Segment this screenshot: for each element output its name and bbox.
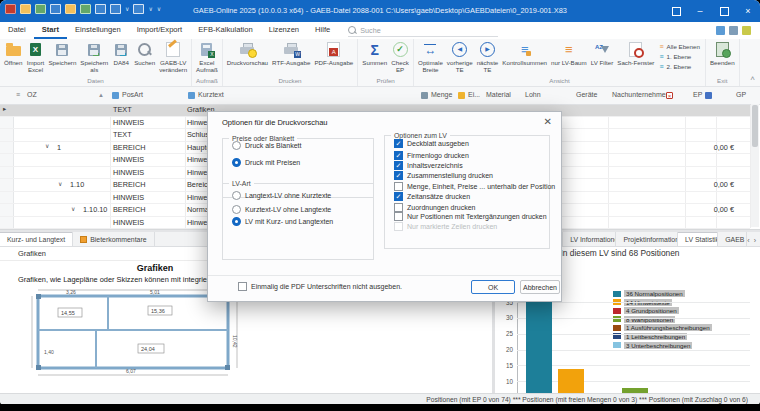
tab-scroll-right-icon[interactable]: › (754, 237, 756, 244)
tab-gaeb[interactable]: GAEB (718, 232, 747, 246)
checkbox-zuordnungen-drucken[interactable]: Zuordnungen drucken (394, 203, 476, 212)
view-grid-icon[interactable] (110, 4, 121, 14)
ribbon-button-druckvorschau[interactable]: Druckvorschau (225, 40, 270, 67)
column-header-material[interactable]: Material (486, 91, 511, 98)
tree-collapse-icon[interactable]: ∨ (58, 180, 62, 187)
cb-icon[interactable]: ✓ (394, 171, 403, 180)
panel-blue-icon[interactable] (716, 26, 725, 35)
cb-icon[interactable]: ✓ (394, 151, 403, 160)
column-header-lohn[interactable]: Lohn (525, 91, 541, 98)
ribbon-collapse-chevron[interactable]: ˄ (750, 74, 755, 83)
column-header-menge[interactable]: Menge (431, 91, 452, 98)
checkbox-nur-markierte-zeilen-drucken[interactable]: Nur markierte Zeilen drucken (394, 222, 497, 231)
ok-button[interactable]: OK (471, 280, 515, 294)
tree-collapse-icon[interactable]: ∨ (45, 142, 49, 149)
minimize-button[interactable]: – (688, 0, 712, 22)
tab-lv-informationen[interactable]: LV Informationen (563, 232, 616, 246)
radio-lv-mit-kurz-und-langtexten[interactable]: LV mit Kurz- und Langtexten (232, 217, 333, 226)
cb-icon[interactable] (394, 212, 403, 221)
checkbox-icon[interactable] (238, 282, 247, 291)
tab-lv-statistik[interactable]: LV Statistik (678, 232, 718, 246)
menu-item-efb-kalkulation[interactable]: EFB-Kalkulation (190, 22, 260, 39)
ribbon-button-alle-ebenen[interactable]: ≡Alle Ebenen (659, 43, 699, 50)
ribbon-button-check-ep[interactable]: ✓Check EP (389, 40, 411, 75)
ribbon-button-import-excel[interactable]: XImport Excel (24, 40, 46, 75)
column-header-geraete[interactable]: Geräte (576, 91, 597, 98)
menu-item-hilfe[interactable]: Hilfe (307, 22, 338, 39)
ribbon-button-nächste-te[interactable]: ▶nächste TE (475, 40, 501, 75)
ribbon-button-summen[interactable]: ΣSummen (360, 40, 389, 67)
tab-scroll-left-icon[interactable]: ‹ (747, 237, 749, 244)
import-icon[interactable] (35, 4, 46, 14)
radio-druck-als-blankett[interactable]: Druck als Blankett (232, 141, 301, 150)
save-icon[interactable] (50, 4, 61, 14)
chevron-down-icon[interactable]: ∨ (125, 4, 129, 14)
ribbon-button-nur-lv-baum[interactable]: ≡nur LV-Baum (549, 40, 589, 67)
radio-icon[interactable] (232, 191, 241, 200)
menu-item-start[interactable]: Start (34, 22, 67, 39)
ribbon-button-2-ebene[interactable]: ≡2. Ebene (659, 63, 699, 70)
column-header-gp[interactable]: GP (736, 91, 746, 98)
dialog-close-icon[interactable]: ✕ (544, 116, 552, 127)
ribbon-button-optimale-breite[interactable]: ↔Optimale Breite (416, 40, 445, 75)
menu-item-import-export[interactable]: Import/Export (129, 22, 191, 39)
ribbon-button-rtf-ausgabe[interactable]: WRTF-Ausgabe (270, 40, 312, 67)
pdf-signatures-checkbox[interactable]: Einmalig die PDF Unterschriften nicht au… (238, 282, 402, 291)
radio-icon[interactable] (232, 158, 241, 167)
ribbon-button-suchen[interactable]: Suchen (132, 40, 157, 67)
menu-item-einstellungen[interactable]: Einstellungen (67, 22, 129, 39)
column-header-posart[interactable]: PosArt (122, 91, 143, 98)
ribbon-button-1-ebene[interactable]: ≡1. Ebene (659, 53, 699, 60)
open-icon[interactable] (20, 4, 31, 14)
ribbon-button-vorherige-te[interactable]: ◀vorherige TE (445, 40, 475, 75)
checkbox-deckblatt-ausgeben[interactable]: ✓Deckblatt ausgeben (394, 139, 469, 148)
radio-druck-mit-preisen[interactable]: Druck mit Preisen (232, 158, 300, 167)
column-header-kurztext[interactable]: Kurztext (198, 91, 224, 98)
ribbon-button-pdf-ausgabe[interactable]: PDF-Ausgabe (312, 40, 355, 67)
checkbox-zusammenstellung-drucken[interactable]: ✓Zusammenstellung drucken (394, 171, 493, 180)
ribbon-button-beenden[interactable]: Beenden (708, 40, 737, 67)
tab-projektinformationen[interactable]: Projektinformationen (616, 232, 678, 246)
cb-icon[interactable] (394, 182, 403, 191)
cb-icon[interactable]: ✓ (394, 161, 403, 170)
ribbon-button-öffnen[interactable]: Öffnen (2, 40, 24, 67)
ribbon-button-da84[interactable]: DA84 (110, 40, 132, 67)
panel-yellow-icon[interactable] (742, 26, 751, 35)
ribbon-button-lv-filter[interactable]: LV Filter (589, 40, 616, 67)
checkbox-zeitansätze-drucken[interactable]: ✓Zeitansätze drucken (394, 192, 470, 201)
cb-icon[interactable]: ✓ (394, 192, 403, 201)
radio-kurztext-lv-ohne-langtexte[interactable]: Kurztext-LV ohne Langtexte (232, 205, 331, 214)
tree-collapse-icon[interactable]: ∨ (71, 205, 75, 212)
checkbox-inhaltsverzeichnis[interactable]: ✓Inhaltsverzeichnis (394, 161, 463, 170)
ribbon-button-gaeb-lv-verändern[interactable]: GAEB-LV verändern (157, 40, 189, 75)
search-input[interactable]: Suche (348, 24, 498, 37)
grid-menu-icon[interactable]: ≡ (16, 91, 20, 98)
panel-gray-icon[interactable] (729, 26, 738, 35)
checkbox-menge-einheit-preise-unterhalb-der-posit[interactable]: Menge, Einheit, Preise ... unterhalb der… (394, 182, 555, 191)
qat-customize-chevron[interactable]: ∨ (157, 4, 161, 14)
menu-item-lizenzen[interactable]: Lizenzen (261, 22, 307, 39)
ribbon-button-sach-fenster[interactable]: Sach-Fenster (615, 40, 656, 67)
cb-icon[interactable] (394, 203, 403, 212)
radio-langtext-lv-ohne-kurztexte[interactable]: Langtext-LV ohne Kurztexte (232, 191, 331, 200)
window-switch-button[interactable] (664, 0, 688, 22)
checkbox-nur-positionen-mit-textergänzungen-druck[interactable]: Nur Positionen mit Textergänzungen druck… (394, 212, 547, 221)
edit-icon[interactable] (95, 4, 106, 14)
maximize-button[interactable] (712, 0, 736, 22)
column-header-oz[interactable]: OZ (27, 91, 37, 98)
menu-item-datei[interactable]: Datei (0, 22, 34, 39)
account-icon[interactable] (133, 4, 144, 14)
sort-ascending-icon[interactable]: ▲ (98, 92, 104, 98)
tab-bieterkommentare[interactable]: Bieterkommentare (73, 232, 154, 246)
scrollbar-thumb[interactable] (752, 105, 758, 147)
chevron-down-icon[interactable]: ∨ (148, 4, 152, 14)
radio-icon[interactable] (232, 141, 241, 150)
grid-vertical-scrollbar[interactable] (751, 104, 759, 227)
save-as-icon[interactable] (65, 4, 76, 14)
ribbon-button-kontrollsummen[interactable]: ≡Kontrollsummen (500, 40, 549, 67)
da84-icon[interactable] (80, 4, 91, 14)
close-button[interactable]: × (736, 0, 760, 22)
tab-kurz-und-langtext[interactable]: Kurz- und Langtext (0, 232, 73, 246)
column-header-ep[interactable]: EP (693, 91, 702, 98)
ribbon-button-speichern-als[interactable]: Speichern als (78, 40, 110, 75)
